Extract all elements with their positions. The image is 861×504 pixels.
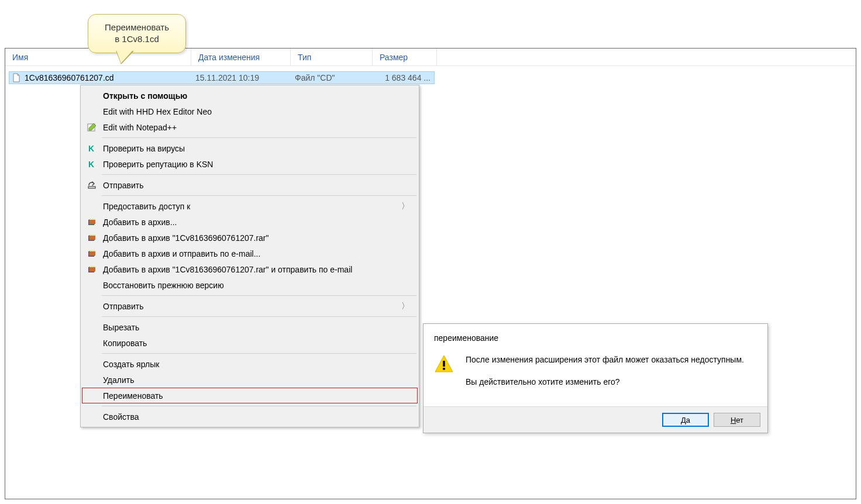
menu-share[interactable]: Отправить [82, 177, 418, 193]
menu-label: Edit with Notepad++ [103, 123, 177, 132]
menu-open-with[interactable]: Открыть с помощью [82, 88, 418, 103]
menu-scan-virus[interactable]: K Проверить на вирусы [82, 140, 418, 156]
svg-rect-15 [89, 250, 95, 251]
file-row[interactable]: 1Cv81636960761207.cd 15.11.2021 10:19 Фа… [9, 71, 435, 84]
menu-delete[interactable]: Удалить [82, 372, 418, 388]
menu-rename[interactable]: Переименовать [82, 388, 418, 403]
warning-icon [434, 354, 454, 374]
svg-rect-19 [89, 266, 95, 267]
menu-label: Добавить в архив "1Cv81636960761207.rar"… [103, 265, 352, 274]
svg-rect-3 [88, 187, 95, 188]
rename-confirm-dialog: переименование После изменения расширени… [423, 323, 768, 433]
submenu-arrow-icon: 〉 [401, 301, 409, 312]
menu-cut[interactable]: Вырезать [82, 319, 418, 335]
svg-rect-11 [89, 234, 95, 236]
menu-separator [102, 137, 416, 138]
menu-label: Копировать [103, 339, 147, 348]
menu-properties[interactable]: Свойства [82, 409, 418, 424]
menu-label: Edit with HHD Hex Editor Neo [103, 107, 212, 116]
file-type: Файл "CD" [295, 73, 377, 82]
file-size: 1 683 464 ... [377, 73, 433, 82]
tooltip-line2: в 1Cv8.1cd [95, 33, 178, 45]
menu-copy[interactable]: Копировать [82, 335, 418, 351]
kaspersky-icon: K [87, 143, 97, 154]
column-header-type[interactable]: Тип [291, 49, 373, 65]
menu-add-archive[interactable]: Добавить в архив... [82, 214, 418, 230]
menu-add-archive-email[interactable]: Добавить в архив и отправить по e-mail..… [82, 246, 418, 261]
menu-grant-access[interactable]: Предоставить доступ к 〉 [82, 198, 418, 214]
menu-separator [102, 295, 416, 296]
menu-send-to[interactable]: Отправить 〉 [82, 298, 418, 314]
menu-label: Переименовать [103, 391, 163, 401]
kaspersky-icon: K [87, 159, 97, 170]
yes-button[interactable]: Да [662, 413, 709, 427]
file-date: 15.11.2021 10:19 [195, 73, 295, 82]
menu-label: Вырезать [103, 323, 139, 332]
menu-label: Добавить в архив и отправить по e-mail..… [103, 249, 260, 258]
svg-rect-21 [443, 368, 445, 370]
menu-label: Добавить в архив... [103, 218, 177, 227]
menu-check-ksn[interactable]: K Проверить репутацию в KSN [82, 156, 418, 172]
menu-add-archive-named[interactable]: Добавить в архив "1Cv81636960761207.rar" [82, 230, 418, 246]
explorer-panel: Имя Дата изменения Тип Размер 1Cv8163696… [5, 48, 856, 499]
menu-restore-previous[interactable]: Восстановить прежнюю версию [82, 277, 418, 293]
menu-hex-editor[interactable]: Edit with HHD Hex Editor Neo [82, 103, 418, 119]
submenu-arrow-icon: 〉 [401, 201, 409, 212]
menu-label: Отправить [103, 302, 143, 311]
dialog-message-1: После изменения расширения этот файл мож… [466, 354, 744, 366]
menu-add-archive-named-email[interactable]: Добавить в архив "1Cv81636960761207.rar"… [82, 261, 418, 277]
menu-label: Проверить на вирусы [103, 144, 185, 153]
menu-notepadpp[interactable]: Edit with Notepad++ [82, 119, 418, 135]
share-icon [87, 180, 97, 191]
winrar-icon [87, 217, 97, 227]
file-name: 1Cv81636960761207.cd [25, 73, 195, 82]
dialog-buttons: Да Нет [423, 406, 767, 433]
menu-separator [102, 316, 416, 317]
svg-rect-7 [89, 219, 95, 220]
column-header-size[interactable]: Размер [373, 49, 437, 65]
menu-label: Свойства [103, 412, 139, 422]
menu-label: Создать ярлык [103, 360, 159, 369]
menu-separator [102, 353, 416, 354]
winrar-icon [87, 264, 97, 275]
menu-separator [102, 406, 416, 406]
winrar-icon [87, 233, 97, 243]
tooltip-line1: Переименовать [95, 22, 178, 33]
winrar-icon [87, 248, 97, 259]
svg-rect-20 [443, 361, 445, 367]
menu-separator [102, 174, 416, 175]
menu-separator [102, 195, 416, 196]
notepadpp-icon [87, 122, 97, 133]
menu-label: Восстановить прежнюю версию [103, 281, 224, 290]
menu-label: Отправить [103, 181, 143, 190]
context-menu: Открыть с помощью Edit with HHD Hex Edit… [80, 85, 419, 427]
menu-create-shortcut[interactable]: Создать ярлык [82, 356, 418, 372]
menu-label: Предоставить доступ к [103, 202, 190, 211]
column-header-date[interactable]: Дата изменения [191, 49, 291, 65]
rename-tooltip: Переименовать в 1Cv8.1cd [88, 14, 186, 53]
dialog-title: переименование [434, 333, 757, 343]
svg-text:K: K [88, 160, 94, 169]
file-icon [12, 73, 21, 82]
menu-label: Открыть с помощью [103, 91, 187, 101]
menu-label: Удалить [103, 375, 134, 385]
svg-text:K: K [88, 144, 94, 153]
no-button[interactable]: Нет [714, 413, 760, 427]
menu-label: Проверить репутацию в KSN [103, 160, 213, 169]
dialog-message-2: Вы действительно хотите изменить его? [466, 377, 744, 388]
menu-label: Добавить в архив "1Cv81636960761207.rar" [103, 233, 269, 243]
